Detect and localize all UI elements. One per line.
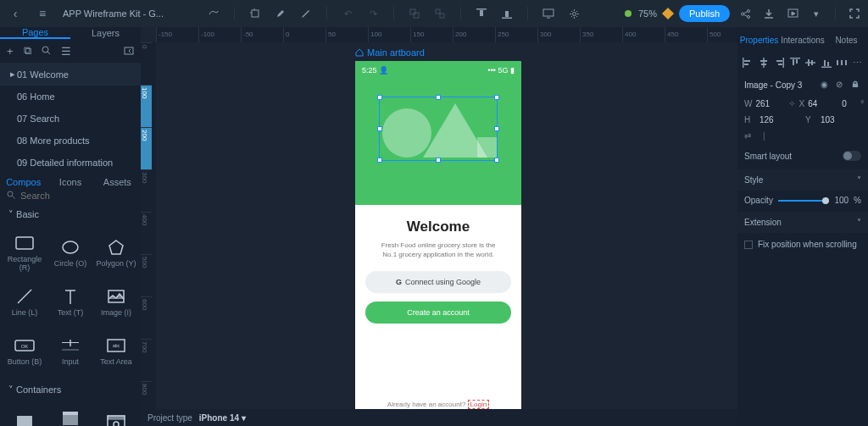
share-icon[interactable] [737,5,754,22]
component-item[interactable]: Input [47,327,93,376]
svg-rect-0 [252,10,259,17]
svg-rect-54 [841,60,843,65]
component-item[interactable]: OKButton (B) [2,327,47,376]
tab-assets[interactable]: Assets [94,177,141,187]
artboard-label[interactable]: Main artboard [355,47,425,58]
visibility-icon[interactable]: ◉ [821,80,831,90]
svg-rect-48 [808,59,810,66]
canvas[interactable]: -150-100-5005010015020025030035040045050… [141,27,737,426]
page-item[interactable]: ▸01 Welcome [0,63,141,86]
tab-compos[interactable]: Compos [0,177,47,187]
link-wh-icon[interactable]: ⟡ [789,98,795,108]
download-icon[interactable] [760,5,777,22]
settings-icon[interactable] [565,5,582,22]
project-title[interactable]: APP Wireframe Kit - G... [63,8,164,19]
more-align-icon[interactable]: ⋯ [853,58,864,69]
tab-icons[interactable]: Icons [47,177,93,187]
x-input[interactable] [808,99,838,108]
opacity-slider[interactable] [778,200,830,202]
selection-box[interactable] [379,97,498,161]
style-section[interactable]: Style˅ [737,169,868,191]
flip-icon[interactable]: ⇄ [744,131,751,141]
ruler-horizontal: -150-100-5005010015020025030035040045050… [156,27,737,42]
distribute-icon[interactable] [837,58,848,69]
project-type-select[interactable]: iPhone 14 ▾ [199,413,246,423]
component-item[interactable]: Text (T) [47,278,93,327]
welcome-subtitle: Fresh Food online grocery store is theNo… [365,241,511,259]
page-item[interactable]: 08 More products [0,130,141,152]
collapse-icon[interactable] [124,45,134,58]
connector-icon[interactable] [205,5,222,22]
align-bottom-icon[interactable] [498,5,515,22]
extension-section[interactable]: Extension˅ [737,212,868,233]
selected-layer-name: Image - Copy 3 [744,80,802,90]
align-right-icon[interactable] [774,58,785,69]
publish-button[interactable]: Publish [679,5,730,22]
align-left-icon[interactable] [743,58,754,69]
align-top-icon[interactable] [790,58,801,69]
component-item[interactable]: Circle (O) [47,229,93,278]
page-item[interactable]: 06 Home [0,86,141,108]
group-icon[interactable] [406,5,423,22]
align-center-h-icon[interactable] [759,58,770,69]
create-account-button[interactable]: Create an account [365,302,511,324]
copy-page-icon[interactable]: ⧉ [24,44,31,58]
search-page-icon[interactable] [42,45,51,58]
ungroup-icon[interactable] [431,5,448,22]
rotation-input[interactable] [842,99,857,108]
page-item[interactable]: 09 Detailed information [0,152,141,174]
width-input[interactable] [755,99,786,108]
opacity-value[interactable]: 100 [834,196,849,205]
smart-layout-toggle[interactable] [843,151,861,161]
align-top-icon[interactable] [473,5,490,22]
list-icon[interactable]: ☰ [61,45,71,58]
device-icon[interactable] [540,5,557,22]
pen-icon[interactable] [272,5,289,22]
welcome-title: Welcome [365,219,511,235]
component-item[interactable]: Line (L) [2,278,47,327]
tab-pages[interactable]: Pages [0,27,70,39]
undo-icon[interactable]: ↶ [339,5,356,22]
height-input[interactable] [760,115,790,124]
component-item[interactable]: Rectangle (R) [2,229,47,278]
menu-icon[interactable]: ≡ [32,3,53,24]
svg-rect-43 [778,64,782,65]
ruler-vertical: 0100200300400500600700800 [141,42,156,409]
component-item[interactable]: Web View [93,404,139,426]
section-basic[interactable]: ˅ Basic [0,204,141,225]
back-icon[interactable]: ‹ [5,3,25,24]
tab-properties[interactable]: Properties [737,27,781,53]
redo-icon[interactable]: ↷ [364,5,381,22]
login-link[interactable]: Login [468,400,490,409]
lock-icon[interactable]: 🔒︎ [851,80,861,90]
tab-interactions[interactable]: Interactions [781,27,825,53]
artboard[interactable]: 5:25 👤 ••• 5G ▮ Welcome Fresh Food onlin… [355,61,521,417]
artboard-icon[interactable] [247,5,264,22]
align-middle-icon[interactable] [805,58,816,69]
component-item[interactable]: Panel [2,404,47,426]
section-containers[interactable]: ˅ Containers [0,379,141,401]
component-item[interactable]: Image (I) [93,278,139,327]
pencil-icon[interactable] [298,5,314,22]
tab-layers[interactable]: Layers [70,27,141,39]
zoom-level[interactable]: 75% [638,8,657,19]
add-page-icon[interactable]: + [7,45,14,58]
svg-rect-40 [761,64,766,65]
target-icon[interactable]: ⊘ [836,80,846,90]
preview-icon[interactable] [784,5,801,22]
svg-rect-44 [790,58,800,59]
google-button[interactable]: G Connect using Google [365,271,511,293]
chevron-down-icon[interactable]: ▾ [808,5,825,22]
y-input[interactable] [821,115,851,124]
component-item[interactable]: Content Panel [47,404,93,426]
page-item[interactable]: 07 Search [0,108,141,130]
diamond-icon[interactable] [662,8,674,19]
svg-rect-47 [805,62,815,64]
search-input[interactable] [20,191,137,201]
tab-notes[interactable]: Notes [825,27,868,53]
fix-position-checkbox[interactable] [744,241,753,249]
component-item[interactable]: Polygon (Y) [93,229,139,278]
fullscreen-icon[interactable] [846,5,863,22]
align-bottom-icon[interactable] [821,58,832,69]
component-item[interactable]: abcText Area [93,327,139,376]
